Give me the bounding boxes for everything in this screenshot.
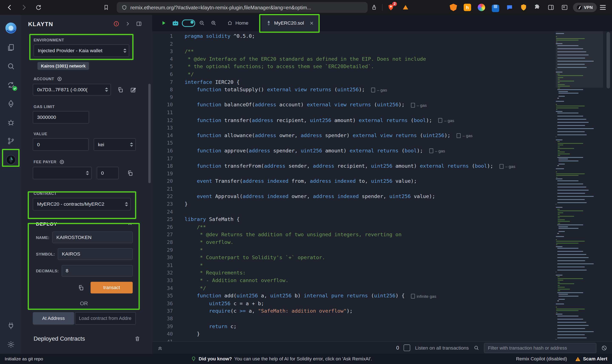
line-number[interactable]: 24 [152, 208, 173, 216]
reload-button[interactable] [35, 4, 42, 11]
code-line[interactable]: * Requirements: [184, 269, 612, 277]
value-input[interactable] [33, 138, 89, 151]
line-number[interactable]: 8 [152, 86, 173, 93]
transaction-filter-input[interactable] [484, 343, 597, 353]
code-line[interactable]: * [184, 261, 612, 269]
git-icon[interactable] [0, 132, 21, 151]
line-number[interactable]: 30 [152, 254, 173, 261]
line-number[interactable]: 6 [152, 70, 173, 78]
copy-fee-payer-icon[interactable] [127, 170, 134, 176]
browser-menu-button[interactable] [600, 4, 606, 11]
at-address-input[interactable] [75, 312, 136, 325]
info-icon[interactable] [113, 21, 119, 27]
code-line[interactable]: function add(uint256 a, uint256 b) inter… [184, 292, 612, 300]
deploy-run-icon[interactable] [0, 94, 21, 113]
account-select[interactable]: 0x7D3...7F871 (-0.000( [33, 84, 111, 95]
close-tab-icon[interactable] [310, 21, 314, 25]
code-line[interactable]: } [184, 200, 612, 208]
code-line[interactable]: pragma solidity ^0.5.0; [184, 32, 612, 40]
file-explorer-icon[interactable] [0, 38, 21, 57]
code-line[interactable]: uint256 c = a + b; [184, 300, 612, 307]
line-number[interactable]: 4 [152, 55, 173, 63]
line-number[interactable]: 9 [152, 93, 173, 101]
clear-console-icon[interactable] [601, 345, 607, 351]
line-number[interactable]: 37 [152, 307, 173, 315]
code-line[interactable]: interface IERC20 { [184, 78, 612, 86]
minimap-slider[interactable] [556, 31, 603, 88]
code-line[interactable]: /** [184, 223, 612, 231]
reading-list-icon[interactable] [561, 4, 568, 11]
line-number[interactable]: 41 [152, 338, 173, 341]
line-number[interactable]: 5 [152, 63, 173, 70]
line-number[interactable]: 7 [152, 78, 173, 86]
code-line[interactable]: /** [184, 48, 612, 55]
search-icon[interactable] [0, 57, 21, 76]
line-number[interactable]: 15 [152, 139, 173, 147]
environment-select[interactable]: Injected Provider - Kaia wallet [34, 44, 129, 57]
code-line[interactable] [184, 208, 612, 216]
code-line[interactable] [184, 155, 612, 162]
line-number[interactable]: 3 [152, 48, 173, 55]
code-line[interactable] [184, 185, 612, 193]
honey-extension-icon[interactable]: h [464, 4, 471, 11]
code-line[interactable]: * @dev Returns the addition of two unsig… [184, 231, 612, 239]
debugger-icon[interactable] [0, 113, 21, 131]
line-number[interactable]: 11 [152, 109, 173, 116]
trash-icon[interactable] [134, 335, 140, 341]
tab-home[interactable]: Home [223, 15, 253, 31]
blue-extension-icon[interactable] [492, 3, 499, 12]
bookmark-icon[interactable] [103, 4, 109, 10]
code-line[interactable]: library SafeMath { [184, 216, 612, 223]
value-unit-select[interactable]: kei [94, 138, 136, 151]
collapse-chevron-icon[interactable] [127, 221, 133, 227]
brave-rewards-icon[interactable] [402, 4, 409, 11]
contract-select[interactable]: MyERC20 - contracts/MyERC2 [33, 198, 131, 210]
chevron-right-icon[interactable] [125, 21, 130, 26]
brave-shields-icon[interactable]: 2 [387, 4, 395, 11]
shield-extension-icon[interactable] [520, 4, 527, 11]
extensions-puzzle-icon[interactable] [533, 4, 541, 11]
code-line[interactable]: * - Addition cannot overflow. [184, 277, 612, 285]
line-number[interactable]: 23 [152, 200, 173, 208]
code-line[interactable] [184, 338, 612, 341]
url-bar[interactable]: remix.ethereum.org/?#activate=klaytn-rem… [117, 2, 368, 13]
line-number[interactable]: 20 [152, 177, 173, 185]
line-number[interactable]: 25 [152, 216, 173, 223]
solidity-compiler-icon[interactable] [0, 76, 21, 94]
robot-icon[interactable] [169, 15, 181, 31]
deploy-name-input[interactable] [53, 232, 133, 243]
code-line[interactable] [184, 170, 612, 177]
line-number[interactable]: 18 [152, 162, 173, 170]
chat-extension-icon[interactable] [506, 4, 513, 11]
line-number[interactable]: 16 [152, 147, 173, 155]
line-number[interactable]: 31 [152, 261, 173, 269]
code-line[interactable]: } [184, 330, 612, 338]
line-number[interactable]: 40 [152, 330, 173, 338]
listen-checkbox[interactable] [404, 344, 410, 351]
terminal-search-icon[interactable] [473, 345, 479, 351]
expand-terminal-icon[interactable] [157, 345, 163, 351]
code-line[interactable] [184, 40, 612, 48]
forward-button[interactable] [20, 4, 27, 11]
line-number[interactable]: 33 [152, 277, 173, 285]
sidebar-toggle-icon[interactable] [547, 4, 555, 11]
line-number[interactable]: 14 [152, 131, 173, 139]
vpn-button[interactable]: VPN [573, 3, 597, 12]
code-line[interactable]: * @dev Interface of the ERC20 standard a… [184, 55, 612, 63]
fee-payer-ratio-input[interactable] [97, 167, 119, 179]
line-number[interactable]: 2 [152, 40, 173, 48]
code-line[interactable] [184, 139, 612, 147]
line-number[interactable]: 21 [152, 185, 173, 193]
fee-payer-select[interactable] [33, 167, 92, 179]
code-line[interactable]: event Transfer(address indexed from, add… [184, 177, 612, 185]
editor-scrollbar[interactable] [606, 32, 610, 89]
deploy-decimals-input[interactable] [62, 265, 133, 277]
edit-account-icon[interactable] [130, 86, 137, 93]
run-script-button[interactable] [158, 15, 169, 31]
line-numbers[interactable]: 1234567891011121314151617181920212223242… [152, 31, 180, 341]
line-number[interactable]: 32 [152, 269, 173, 277]
zoom-out-icon[interactable] [196, 15, 208, 31]
code-line[interactable] [184, 109, 612, 116]
remix-logo[interactable] [0, 18, 21, 38]
zoom-in-icon[interactable] [208, 15, 219, 31]
